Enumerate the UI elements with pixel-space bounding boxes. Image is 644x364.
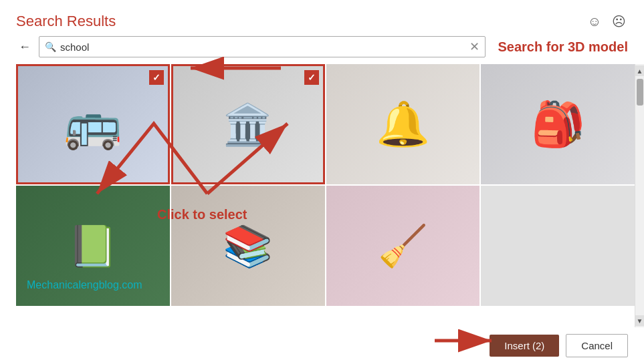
grid-item-chalkboard[interactable]: 📗 [16,186,170,306]
chalkboard-icon: 📗 [68,222,118,270]
page-title: Search Results [16,13,116,30]
back-button[interactable]: ← [16,37,33,57]
grid-item-books[interactable]: 📚 [171,186,325,306]
search-results-dialog: Search Results ☺ ☹ ← 🔍 ✕ Search for 3D m… [0,0,644,364]
header: Search Results ☺ ☹ [0,0,644,36]
bus-icon: 🚌 [64,97,122,152]
scroll-thumb[interactable] [637,79,643,106]
building-icon: 🏛️ [223,101,273,148]
scrollbar[interactable]: ▲ ▼ [635,64,644,327]
scroll-up-button[interactable]: ▲ [635,65,644,76]
bell-icon: 🔔 [376,99,430,150]
bottom-bar: Insert (2) Cancel [0,327,644,364]
scroll-down-button[interactable]: ▼ [635,315,644,326]
smile-icon[interactable]: ☺ [585,12,604,31]
search-label: Search for 3D model [498,39,628,55]
frown-icon[interactable]: ☹ [609,12,628,31]
checkbox-building: ✓ [304,70,319,85]
results-grid: ✓ 🚌 ✓ 🏛️ 🔔 🎒 📗 📚 [16,64,635,327]
header-icons: ☺ ☹ [585,12,628,31]
grid-item-bell[interactable]: 🔔 [326,64,480,184]
checkbox-bus: ✓ [149,70,164,85]
search-input-wrapper: 🔍 ✕ [39,36,486,57]
cancel-button[interactable]: Cancel [566,334,628,357]
search-icon: 🔍 [45,41,56,52]
eraser-icon: 🧹 [378,222,428,270]
grid-item-eraser[interactable]: 🧹 [326,186,480,306]
books-icon: 📚 [223,222,273,270]
search-bar: ← 🔍 ✕ Search for 3D model [16,36,628,57]
search-input[interactable] [60,41,467,53]
grid-item-building[interactable]: ✓ 🏛️ [171,64,325,184]
grid-item-empty [481,186,635,306]
backpack-icon: 🎒 [531,99,585,150]
grid-item-backpack[interactable]: 🎒 [481,64,635,184]
clear-button[interactable]: ✕ [469,39,479,54]
grid-item-bus[interactable]: ✓ 🚌 [16,64,170,184]
grid-area: ✓ 🚌 ✓ 🏛️ 🔔 🎒 📗 📚 [16,64,644,327]
insert-button[interactable]: Insert (2) [490,335,559,357]
